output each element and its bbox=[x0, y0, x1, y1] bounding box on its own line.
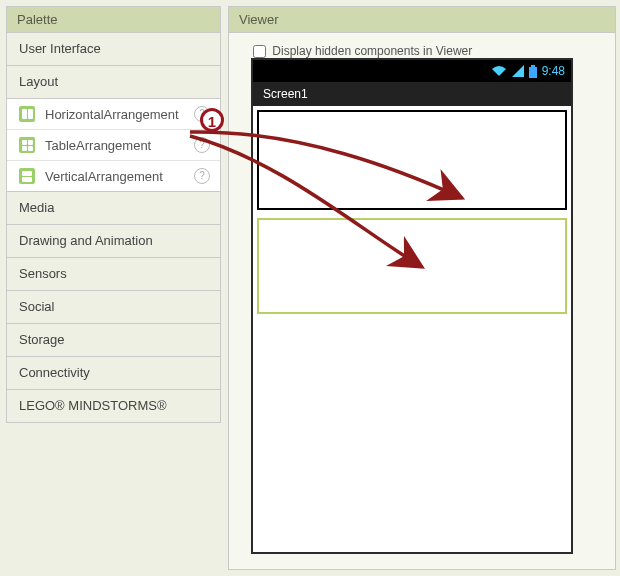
palette-category-layout[interactable]: Layout bbox=[7, 66, 220, 99]
phone-status-bar: 9:48 bbox=[253, 60, 571, 82]
step-callout-1: 1 bbox=[200, 108, 224, 132]
palette-category-connectivity[interactable]: Connectivity bbox=[7, 357, 220, 390]
viewer-title: Viewer bbox=[229, 7, 615, 33]
vertical-arrangement-icon bbox=[19, 168, 35, 184]
palette-item-label: HorizontalArrangement bbox=[45, 107, 190, 122]
palette-category-drawing-animation[interactable]: Drawing and Animation bbox=[7, 225, 220, 258]
palette-category-social[interactable]: Social bbox=[7, 291, 220, 324]
arrangement-component-1[interactable] bbox=[257, 110, 567, 210]
help-icon[interactable]: ? bbox=[194, 137, 210, 153]
palette-category-user-interface[interactable]: User Interface bbox=[7, 33, 220, 66]
battery-icon bbox=[529, 65, 537, 78]
palette-item-horizontal-arrangement[interactable]: HorizontalArrangement ? bbox=[7, 99, 220, 130]
palette-category-media[interactable]: Media bbox=[7, 192, 220, 225]
svg-rect-1 bbox=[529, 67, 537, 78]
palette-item-vertical-arrangement[interactable]: VerticalArrangement ? bbox=[7, 161, 220, 192]
phone-design-canvas[interactable] bbox=[253, 106, 571, 552]
display-hidden-components-checkbox[interactable] bbox=[253, 45, 266, 58]
display-hidden-components-toggle[interactable]: Display hidden components in Viewer bbox=[253, 44, 472, 58]
arrangement-component-2[interactable] bbox=[257, 218, 567, 314]
phone-clock: 9:48 bbox=[542, 64, 565, 78]
wifi-icon bbox=[491, 65, 507, 77]
viewer-panel: Viewer Display hidden components in View… bbox=[228, 6, 616, 570]
palette-title: Palette bbox=[7, 7, 220, 33]
horizontal-arrangement-icon bbox=[19, 106, 35, 122]
palette-item-label: VerticalArrangement bbox=[45, 169, 190, 184]
palette-layout-items: HorizontalArrangement ? TableArrangement… bbox=[7, 99, 220, 192]
palette-panel: Palette User Interface Layout Horizontal… bbox=[6, 6, 221, 423]
phone-preview: 9:48 Screen1 bbox=[251, 58, 573, 554]
phone-screen-title: Screen1 bbox=[253, 82, 571, 106]
signal-icon bbox=[512, 65, 524, 77]
help-icon[interactable]: ? bbox=[194, 168, 210, 184]
table-arrangement-icon bbox=[19, 137, 35, 153]
svg-rect-0 bbox=[531, 65, 535, 67]
palette-item-label: TableArrangement bbox=[45, 138, 190, 153]
palette-item-table-arrangement[interactable]: TableArrangement ? bbox=[7, 130, 220, 161]
palette-category-sensors[interactable]: Sensors bbox=[7, 258, 220, 291]
palette-category-lego-mindstorms[interactable]: LEGO® MINDSTORMS® bbox=[7, 390, 220, 422]
display-hidden-components-label: Display hidden components in Viewer bbox=[272, 44, 472, 58]
palette-category-storage[interactable]: Storage bbox=[7, 324, 220, 357]
